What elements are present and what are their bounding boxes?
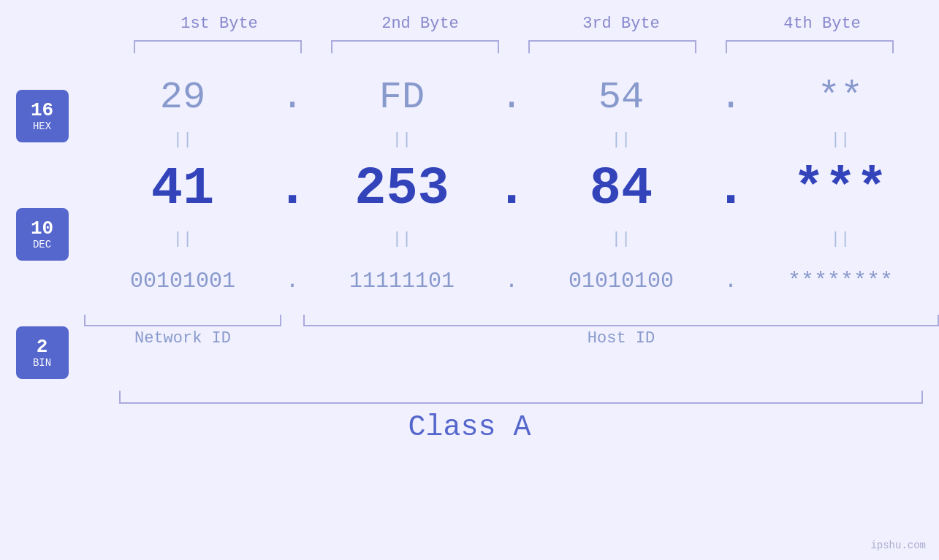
eq1-c2: || xyxy=(303,131,501,149)
class-label: Class A xyxy=(0,411,939,444)
bin-b3-cell: 01010100 xyxy=(522,269,720,294)
network-id-label: Network ID xyxy=(134,329,231,348)
bin-b2-value: 11111101 xyxy=(349,269,455,294)
bin-dot1: . xyxy=(286,269,299,294)
hex-badge-label: HEX xyxy=(33,120,51,132)
bytes-grid: 29 . FD . 54 . ** xyxy=(84,68,939,379)
content-area: 16 HEX 10 DEC 2 BIN 29 . xyxy=(0,68,939,379)
hex-b1-cell: 29 xyxy=(84,76,281,119)
host-bracket-line xyxy=(303,315,939,326)
hex-b4-value: ** xyxy=(818,76,863,119)
dec-d3-cell: . xyxy=(720,159,742,219)
bin-b1-value: 00101001 xyxy=(130,269,235,294)
bin-d3-cell: . xyxy=(720,269,742,294)
eq2-c1: || xyxy=(84,230,281,248)
bracket2 xyxy=(331,40,499,53)
hex-d3-cell: . xyxy=(720,76,742,119)
hex-d1-cell: . xyxy=(281,76,303,119)
hex-dot2: . xyxy=(500,76,522,119)
dec-b3-value: 84 xyxy=(590,159,653,219)
bracket3 xyxy=(528,40,696,53)
dec-badge-label: DEC xyxy=(33,239,51,250)
main-container: 1st Byte 2nd Byte 3rd Byte 4th Byte 16 H… xyxy=(0,0,939,560)
bin-badge-label: BIN xyxy=(33,357,51,369)
dec-b1-cell: 41 xyxy=(84,159,281,219)
dec-d2-cell: . xyxy=(501,159,522,219)
bin-d2-cell: . xyxy=(501,269,522,294)
hex-dot1: . xyxy=(281,76,303,119)
eq2-c4: || xyxy=(742,230,939,248)
hex-badge: 16 HEX xyxy=(16,90,69,142)
eq2-c3: || xyxy=(522,230,720,248)
byte2-header: 2nd Byte xyxy=(332,15,508,33)
dec-b4-cell: *** xyxy=(742,159,939,219)
hex-data-row: 29 . FD . 54 . ** xyxy=(84,68,939,126)
hex-b4-cell: ** xyxy=(742,76,939,119)
bracket4 xyxy=(726,40,894,53)
dec-b2-value: 253 xyxy=(354,159,449,219)
big-bottom-bracket xyxy=(119,391,923,404)
dec-data-row: 41 . 253 . 84 . *** xyxy=(84,153,939,226)
dec-b2-cell: 253 xyxy=(303,159,501,219)
bin-b4-cell: ******** xyxy=(742,269,939,294)
bin-b4-value: ******** xyxy=(788,269,893,294)
top-brackets xyxy=(119,40,923,53)
bin-badge-num: 2 xyxy=(37,337,48,358)
byte4-header: 4th Byte xyxy=(734,15,910,33)
hex-b2-value: FD xyxy=(379,76,425,119)
hex-d2-cell: . xyxy=(501,76,522,119)
badges-column: 16 HEX 10 DEC 2 BIN xyxy=(0,68,84,379)
bin-badge: 2 BIN xyxy=(16,326,69,379)
hex-b2-cell: FD xyxy=(303,76,501,119)
network-bracket-group: Network ID xyxy=(84,315,281,348)
dec-badge: 10 DEC xyxy=(16,208,69,261)
host-id-label: Host ID xyxy=(588,329,655,348)
dec-b4-value: *** xyxy=(793,159,888,219)
dec-d1-cell: . xyxy=(281,159,303,219)
watermark: ipshu.com xyxy=(870,540,926,551)
eq1-c3: || xyxy=(522,131,720,149)
eq2-c2: || xyxy=(303,230,501,248)
host-bracket-group: Host ID xyxy=(303,315,939,348)
bin-dot2: . xyxy=(505,269,518,294)
bin-data-row: 00101001 . 11111101 . 01010100 . xyxy=(84,252,939,310)
equals-row-1: || || || || xyxy=(84,126,939,153)
hex-b1-value: 29 xyxy=(160,76,205,119)
bin-d1-cell: . xyxy=(281,269,303,294)
network-bracket-line xyxy=(84,315,281,326)
equals-row-2: || || || || xyxy=(84,226,939,252)
hex-b3-cell: 54 xyxy=(522,76,720,119)
sub-brackets: Network ID Host ID xyxy=(84,315,939,348)
eq1-c4: || xyxy=(742,131,939,149)
dec-badge-num: 10 xyxy=(31,218,53,239)
bracket1 xyxy=(134,40,302,53)
bin-dot3: . xyxy=(724,269,737,294)
hex-badge-num: 16 xyxy=(31,100,53,121)
byte3-header: 3rd Byte xyxy=(533,15,709,33)
hex-dot3: . xyxy=(719,76,742,119)
bin-b3-value: 01010100 xyxy=(569,269,674,294)
byte-headers: 1st Byte 2nd Byte 3rd Byte 4th Byte xyxy=(119,15,923,33)
dec-b1-value: 41 xyxy=(151,159,214,219)
hex-b3-value: 54 xyxy=(598,76,644,119)
bin-b1-cell: 00101001 xyxy=(84,269,281,294)
byte1-header: 1st Byte xyxy=(132,15,307,33)
bin-b2-cell: 11111101 xyxy=(303,269,501,294)
eq1-c1: || xyxy=(84,131,281,149)
dec-b3-cell: 84 xyxy=(522,159,720,219)
